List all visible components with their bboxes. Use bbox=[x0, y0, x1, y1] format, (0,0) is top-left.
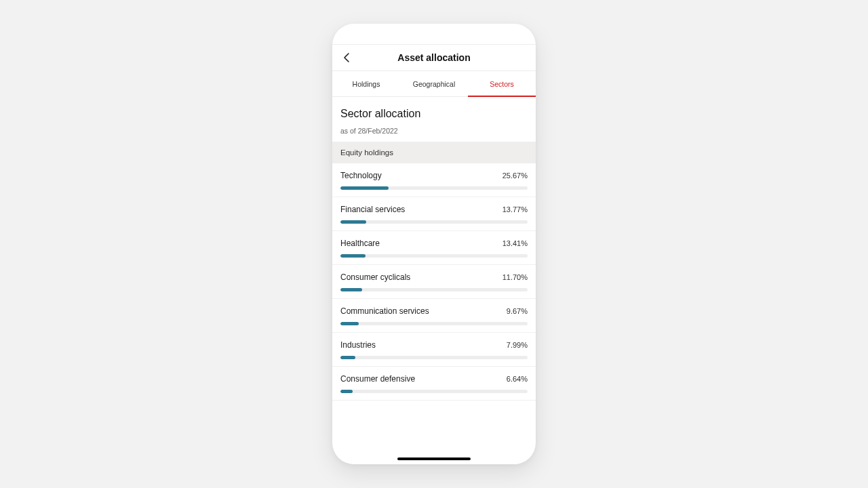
holding-bar-track bbox=[340, 322, 528, 325]
holding-bar-track bbox=[340, 220, 528, 224]
page-title: Asset allocation bbox=[332, 52, 536, 63]
holding-bar-track bbox=[340, 288, 528, 291]
holding-row-top: Consumer cyclicals11.70% bbox=[340, 272, 528, 282]
holding-bar-fill bbox=[340, 220, 366, 224]
holding-label: Industries bbox=[340, 340, 376, 350]
holding-label: Communication services bbox=[340, 306, 429, 316]
holding-value: 11.70% bbox=[502, 273, 528, 281]
holding-bar-fill bbox=[340, 186, 389, 190]
home-indicator bbox=[397, 458, 471, 460]
holding-value: 25.67% bbox=[502, 171, 528, 180]
tabs: HoldingsGeographicalSectors bbox=[332, 71, 536, 97]
holding-row-top: Consumer defensive6.64% bbox=[340, 374, 528, 384]
tab-geographical[interactable]: Geographical bbox=[400, 71, 468, 96]
holding-value: 6.64% bbox=[507, 375, 528, 383]
holding-label: Financial services bbox=[340, 205, 405, 214]
group-header: Equity holdings bbox=[332, 142, 536, 163]
holding-row[interactable]: Technology25.67% bbox=[332, 163, 536, 197]
section-header: Sector allocation as of 28/Feb/2022 bbox=[332, 97, 536, 142]
tab-label: Geographical bbox=[413, 80, 455, 88]
holding-bar-fill bbox=[340, 322, 359, 325]
holding-label: Consumer cyclicals bbox=[340, 272, 410, 282]
holding-row[interactable]: Consumer defensive6.64% bbox=[332, 367, 536, 401]
tab-label: Holdings bbox=[353, 80, 380, 88]
holding-bar-track bbox=[340, 254, 528, 258]
as-of-date: as of 28/Feb/2022 bbox=[340, 127, 528, 135]
holding-label: Technology bbox=[340, 171, 382, 180]
holding-value: 13.41% bbox=[502, 239, 528, 247]
holding-bar-fill bbox=[340, 288, 362, 291]
holding-value: 13.77% bbox=[502, 205, 528, 214]
holding-label: Healthcare bbox=[340, 239, 380, 248]
status-bar bbox=[332, 24, 536, 44]
holdings-list: Technology25.67%Financial services13.77%… bbox=[332, 163, 536, 401]
holding-bar-track bbox=[340, 186, 528, 190]
tab-label: Sectors bbox=[490, 80, 514, 88]
holding-row[interactable]: Financial services13.77% bbox=[332, 197, 536, 231]
chevron-left-icon bbox=[343, 53, 351, 62]
holding-bar-fill bbox=[340, 390, 353, 393]
tab-holdings[interactable]: Holdings bbox=[332, 71, 400, 96]
phone-frame: Asset allocation HoldingsGeographicalSec… bbox=[332, 24, 536, 464]
holding-row-top: Technology25.67% bbox=[340, 171, 528, 180]
holding-row[interactable]: Industries7.99% bbox=[332, 333, 536, 367]
tab-sectors[interactable]: Sectors bbox=[468, 71, 536, 96]
holding-row-top: Industries7.99% bbox=[340, 340, 528, 350]
holding-value: 9.67% bbox=[507, 307, 528, 315]
section-title: Sector allocation bbox=[340, 108, 528, 120]
holding-bar-fill bbox=[340, 356, 355, 359]
holding-bar-fill bbox=[340, 254, 366, 258]
holding-value: 7.99% bbox=[507, 341, 528, 349]
header-bar: Asset allocation bbox=[332, 44, 536, 71]
holding-row[interactable]: Consumer cyclicals11.70% bbox=[332, 265, 536, 299]
holding-label: Consumer defensive bbox=[340, 374, 415, 384]
holding-row-top: Financial services13.77% bbox=[340, 205, 528, 214]
back-button[interactable] bbox=[340, 45, 354, 70]
holding-bar-track bbox=[340, 390, 528, 393]
holding-bar-track bbox=[340, 356, 528, 359]
holding-row[interactable]: Communication services9.67% bbox=[332, 299, 536, 333]
holding-row-top: Communication services9.67% bbox=[340, 306, 528, 316]
content-scroll[interactable]: Sector allocation as of 28/Feb/2022 Equi… bbox=[332, 97, 536, 464]
holding-row[interactable]: Healthcare13.41% bbox=[332, 231, 536, 265]
holding-row-top: Healthcare13.41% bbox=[340, 239, 528, 248]
